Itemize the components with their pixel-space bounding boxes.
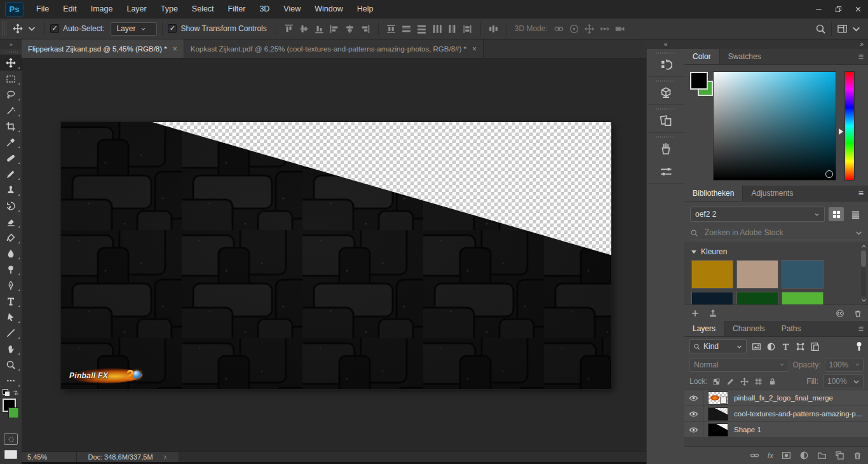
scroll-down-icon[interactable] <box>861 297 867 303</box>
screen-mode-button[interactable] <box>4 450 17 459</box>
smart-object-filter-button[interactable] <box>808 340 822 353</box>
tab-swatches[interactable]: Swatches <box>720 49 770 64</box>
dist-bottom-icon[interactable] <box>416 24 427 34</box>
adjustment-filter-button[interactable] <box>764 340 778 353</box>
eraser-tool[interactable] <box>0 214 22 229</box>
type-tool[interactable] <box>0 293 22 309</box>
menu-type[interactable]: Type <box>154 0 185 18</box>
shape-filter-button[interactable] <box>793 340 808 353</box>
document-tab[interactable]: Flipperkast Zijkant.psd @ 5,45% (RGB/8) … <box>22 39 184 58</box>
artboards-panel-icon[interactable] <box>660 114 672 127</box>
lock-artboard-icon[interactable] <box>754 378 763 386</box>
library-scrollbar[interactable] <box>860 243 867 303</box>
foreground-color-chip[interactable] <box>690 72 708 90</box>
scroll-up-icon[interactable] <box>861 243 867 249</box>
library-swatch[interactable] <box>691 292 733 305</box>
grid-view-button[interactable] <box>829 207 844 221</box>
slide-3d-icon[interactable] <box>599 24 610 34</box>
library-swatch[interactable] <box>691 260 733 289</box>
magic-wand-tool[interactable] <box>0 102 22 118</box>
document-canvas[interactable]: Pinball FX 2 <box>61 122 611 389</box>
chevron-down-icon[interactable] <box>855 229 863 237</box>
swap-colors-icon[interactable] <box>12 389 20 397</box>
dist-spacing-icon[interactable] <box>488 24 499 34</box>
new-adjustment-icon[interactable] <box>799 451 809 460</box>
blend-mode-dropdown[interactable]: Normal <box>689 358 789 372</box>
menu-file[interactable]: File <box>29 0 56 18</box>
menu-window[interactable]: Window <box>308 0 349 18</box>
history-panel-icon[interactable] <box>660 58 672 71</box>
dist-vcenter-icon[interactable] <box>401 24 412 34</box>
lasso-tool[interactable] <box>0 86 22 102</box>
brushes-panel-icon[interactable] <box>660 142 672 155</box>
expand-panels-button[interactable]: « <box>647 39 684 49</box>
quick-mask-button[interactable] <box>4 433 18 445</box>
show-transform-checkbox[interactable]: ✓ Show Transform Controls <box>168 24 266 33</box>
close-button[interactable] <box>848 1 868 18</box>
move-tool[interactable] <box>0 55 22 71</box>
add-item-icon[interactable] <box>691 309 700 318</box>
workspace-switcher-icon[interactable] <box>837 24 848 34</box>
lock-transparency-icon[interactable] <box>712 378 721 386</box>
hand-tool[interactable] <box>0 341 22 357</box>
scrollbar-thumb[interactable] <box>861 250 866 267</box>
3d-panel-icon[interactable] <box>660 86 672 99</box>
dock-grip[interactable] <box>656 108 675 110</box>
layer-row[interactable]: Shape 1 <box>684 422 868 438</box>
zoom-level-field[interactable]: 5,45% <box>22 452 77 462</box>
filter-kind-dropdown[interactable]: Kind <box>689 339 747 353</box>
saturation-brightness-field[interactable] <box>713 71 836 181</box>
delete-item-icon[interactable] <box>853 309 862 318</box>
fill-field[interactable]: 100% <box>823 374 864 388</box>
dist-hcenter-icon[interactable] <box>447 24 458 34</box>
dodge-tool[interactable] <box>0 261 22 277</box>
align-top-icon[interactable] <box>283 24 294 34</box>
chevron-down-icon[interactable] <box>851 24 862 34</box>
color-marker[interactable] <box>825 170 833 178</box>
line-tool[interactable] <box>0 325 22 341</box>
delete-layer-icon[interactable] <box>853 451 862 460</box>
collapse-to-icons-button[interactable]: » <box>684 39 868 49</box>
tab-bibliotheken[interactable]: Bibliotheken <box>684 186 743 201</box>
more-tool[interactable] <box>0 372 22 388</box>
tab-color[interactable]: Color <box>684 49 720 64</box>
blur-tool[interactable] <box>0 245 22 261</box>
toolbar-grip[interactable] <box>4 51 18 53</box>
toolbar-collapse-button[interactable]: » <box>0 39 22 49</box>
brush-settings-panel-icon[interactable] <box>660 165 672 178</box>
creative-cloud-icon[interactable] <box>836 309 844 318</box>
camera-3d-icon[interactable] <box>614 24 625 34</box>
opacity-field[interactable]: 100% <box>825 358 864 372</box>
path-select-tool[interactable] <box>0 309 22 325</box>
share-library-icon[interactable] <box>709 309 717 318</box>
menu-image[interactable]: Image <box>84 0 120 18</box>
crop-tool[interactable] <box>0 118 22 134</box>
adobe-stock-search[interactable] <box>690 226 863 240</box>
dist-left-icon[interactable] <box>431 24 442 34</box>
layer-visibility-toggle[interactable] <box>684 422 703 437</box>
library-swatch[interactable] <box>736 260 778 289</box>
layer-effects-icon[interactable]: fx <box>768 451 773 460</box>
close-icon[interactable]: × <box>173 44 177 53</box>
pan-3d-icon[interactable] <box>584 24 595 34</box>
panel-menu-icon[interactable]: ≡ <box>858 324 864 333</box>
search-input[interactable] <box>703 228 850 238</box>
pasteboard[interactable]: Pinball FX 2 <box>22 58 646 451</box>
dock-grip[interactable] <box>656 52 675 54</box>
layer-row[interactable]: pinball_fx_2_logo_final_merge <box>684 390 868 406</box>
healing-tool[interactable] <box>0 150 22 166</box>
image-filter-button[interactable] <box>749 340 764 353</box>
filter-toggle-icon[interactable] <box>855 341 864 352</box>
menu-view[interactable]: View <box>276 0 308 18</box>
document-tab[interactable]: Kopkast Zijkant.pdf @ 6,25% (cool-textur… <box>184 39 484 58</box>
tab-paths[interactable]: Paths <box>773 321 810 336</box>
pen-tool[interactable] <box>0 277 22 293</box>
dist-right-icon[interactable] <box>462 24 473 34</box>
colors-section-header[interactable]: Kleuren <box>684 242 868 260</box>
hue-slider-handle[interactable] <box>839 128 843 135</box>
library-swatch[interactable] <box>782 292 824 305</box>
list-view-button[interactable] <box>848 207 863 221</box>
dist-top-icon[interactable] <box>386 24 397 34</box>
document-size-info[interactable]: Doc: 348,6M/337,5M <box>77 452 179 462</box>
menu-select[interactable]: Select <box>185 0 221 18</box>
